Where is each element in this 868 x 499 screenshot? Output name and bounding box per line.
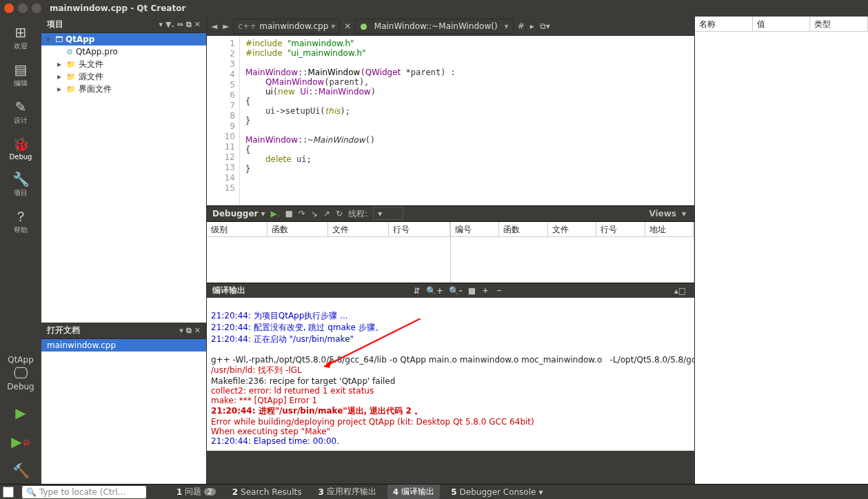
tree-row-headers[interactable]: ▸📁头文件: [41, 58, 206, 70]
thread-select[interactable]: ▾: [373, 207, 403, 220]
project-panel-label: 项目: [47, 19, 63, 30]
mode-design[interactable]: ✎设计: [2, 95, 40, 130]
open-docs-list[interactable]: mainwindow.cpp: [41, 339, 206, 484]
line-number: 2: [207, 49, 235, 59]
step-over-icon[interactable]: ↷: [299, 209, 305, 218]
compile-line: 21:20:44: 配置没有改变, 跳过 qmake 步骤。: [211, 323, 383, 332]
expand-icon[interactable]: ▸: [55, 84, 63, 94]
output-pane-toggle[interactable]: [3, 487, 14, 498]
issues-badge: 2: [204, 488, 215, 496]
tree-row-pro[interactable]: ⚙QtApp.pro: [41, 45, 206, 58]
debug-run-button[interactable]: ▶🐞: [7, 431, 34, 452]
zoom-in-icon[interactable]: 🔍+: [426, 286, 443, 296]
compile-line-error: When executing step "Make": [211, 427, 330, 436]
code-editor[interactable]: 1 2 3 4 5 6 7 8 9 10 11 12 13 14: [207, 36, 694, 205]
nav-back-icon[interactable]: ◄: [210, 21, 219, 31]
step-into-icon[interactable]: ↘: [311, 209, 318, 218]
line-number: 7: [207, 101, 235, 111]
tab-num: 2: [232, 487, 238, 497]
expand-icon[interactable]: ▸: [55, 59, 63, 69]
tab-debugger-console[interactable]: 5Debugger Console▾: [445, 486, 548, 498]
nav-fwd-icon[interactable]: ►: [221, 21, 230, 31]
mode-welcome[interactable]: ⊞欢迎: [2, 21, 40, 55]
bottom-bar: 🔍 Type to locate (Ctrl... 1问题2 2Search R…: [0, 484, 868, 499]
pro-file-icon: ⚙: [66, 48, 73, 57]
filter-icon[interactable]: ⇵: [414, 286, 421, 296]
split-editor-icon[interactable]: ⧉▾: [538, 21, 552, 31]
locals-panel[interactable]: 名称 值 类型: [694, 17, 868, 484]
project-tree[interactable]: ▾🗔QtApp ⚙QtApp.pro ▸📁头文件 ▸📁源文件 ▸📁界面文件: [41, 33, 206, 323]
tab-compile-output[interactable]: 4编译输出: [387, 485, 440, 499]
locator-input[interactable]: 🔍 Type to locate (Ctrl...: [22, 486, 146, 498]
close-doc-icon[interactable]: ✕: [343, 21, 352, 31]
chevron-down-icon[interactable]: ▾: [159, 20, 163, 29]
window-maximize-button[interactable]: [32, 3, 41, 13]
col-value: 值: [753, 17, 811, 31]
expand-icon[interactable]: ▾: [44, 34, 52, 44]
line-symbol[interactable]: #: [516, 21, 526, 31]
mode-help[interactable]: ？帮助: [2, 205, 40, 239]
compile-output[interactable]: 21:20:44: 为项目QtApp执行步骤 ... 21:20:44: 配置没…: [207, 298, 694, 451]
maximize-panel-icon[interactable]: ▴□: [674, 286, 686, 296]
window-close-button[interactable]: [4, 3, 14, 13]
col-name: 名称: [695, 17, 753, 31]
compile-line: Makefile:236: recipe for target 'QtApp' …: [211, 376, 395, 386]
design-icon: ✎: [15, 99, 27, 114]
line-number: 4: [207, 70, 235, 80]
debugger-label: Debugger: [212, 209, 258, 218]
tab-label: 应用程序输出: [327, 486, 376, 498]
tree-row-sources[interactable]: ▸📁源文件: [41, 70, 206, 83]
tree-label: QtApp: [65, 34, 94, 44]
window-minimize-button[interactable]: [18, 3, 28, 13]
line-number: 13: [207, 163, 235, 173]
mode-projects[interactable]: 🔧项目: [2, 167, 40, 202]
link-icon[interactable]: ⇔: [177, 20, 183, 29]
split-icon[interactable]: ⧉: [186, 20, 192, 29]
add-icon[interactable]: ＋: [481, 285, 489, 296]
kit-selector[interactable]: QtApp 🖵 Debug: [7, 349, 34, 397]
stop-build-icon[interactable]: ■: [468, 286, 476, 296]
folder-icon: 📁: [66, 60, 76, 69]
run-button[interactable]: ▶: [7, 403, 34, 423]
symbol-crumb[interactable]: ● MainWindow::~MainWindow() ▾: [355, 19, 513, 34]
chevron-down-icon[interactable]: ▾: [331, 21, 335, 31]
breakpoints-table[interactable]: 编号 函数 文件 行号 地址: [451, 222, 695, 283]
build-button[interactable]: 🔨: [7, 460, 34, 481]
chevron-right-icon[interactable]: ▸: [529, 21, 536, 31]
close-panel-icon[interactable]: ✕: [194, 326, 201, 335]
zoom-out-icon[interactable]: 🔍-: [449, 286, 463, 296]
close-panel-icon[interactable]: ✕: [194, 20, 201, 29]
col-line: 行号: [389, 222, 450, 236]
code-area[interactable]: #include "mainwindow.h" #include "ui_mai…: [240, 36, 694, 205]
split-icon[interactable]: ⧉: [186, 326, 192, 335]
restart-icon[interactable]: ↻: [336, 209, 343, 218]
chevron-down-icon[interactable]: ▾: [682, 209, 686, 218]
compile-output-label: 编译输出: [212, 285, 245, 296]
step-out-icon[interactable]: ↗: [323, 209, 330, 218]
chevron-down-icon[interactable]: ▾: [261, 209, 265, 218]
views-label[interactable]: Views: [649, 209, 676, 218]
chevron-down-icon[interactable]: ▾: [538, 487, 543, 497]
tab-app-output[interactable]: 3应用程序输出: [312, 485, 381, 499]
tree-row-qtapp[interactable]: ▾🗔QtApp: [41, 33, 206, 45]
mode-edit[interactable]: ▤编辑: [2, 58, 40, 92]
stack-table[interactable]: 级别 函数 文件 行号: [207, 222, 451, 283]
filter-icon[interactable]: ▼.: [165, 20, 174, 29]
editor-tabbar: ◄ ► c++ mainwindow.cpp ▾ ✕ ● MainWindow:…: [207, 17, 694, 36]
expand-icon[interactable]: ▸: [55, 72, 63, 81]
tab-label: 问题: [185, 486, 201, 498]
kit-name: QtApp: [7, 355, 34, 365]
tab-search[interactable]: 2Search Results: [227, 486, 307, 498]
line-number: 12: [207, 152, 235, 163]
chevron-down-icon[interactable]: ▾: [505, 21, 509, 31]
open-doc-item[interactable]: mainwindow.cpp: [41, 339, 206, 352]
mode-debug[interactable]: 🐞Debug: [2, 132, 40, 165]
tab-issues[interactable]: 1问题2: [171, 485, 221, 499]
editor-doc-tab[interactable]: c++ mainwindow.cpp ▾: [233, 19, 340, 34]
tree-row-forms[interactable]: ▸📁界面文件: [41, 83, 206, 95]
stop-icon[interactable]: ■: [285, 209, 293, 218]
remove-icon[interactable]: －: [495, 285, 503, 296]
continue-icon[interactable]: ▶.: [271, 209, 280, 218]
line-number: 15: [207, 183, 235, 194]
chevron-down-icon[interactable]: ▾: [179, 326, 183, 335]
